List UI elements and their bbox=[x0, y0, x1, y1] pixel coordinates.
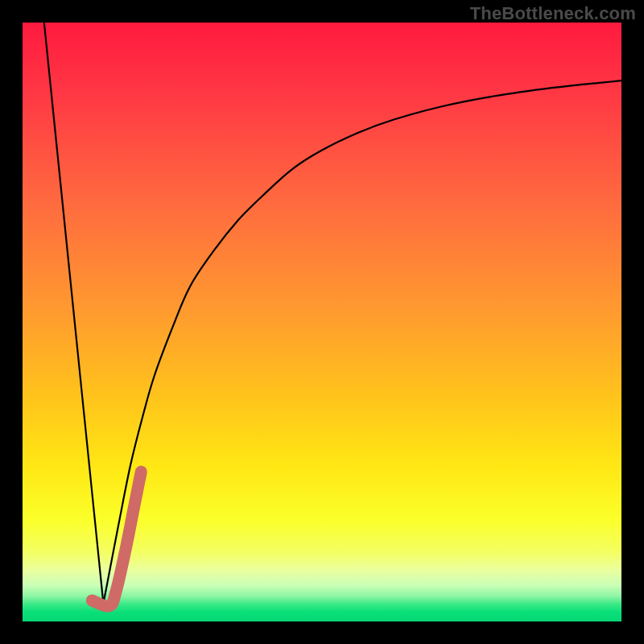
bottleneck-curve-left bbox=[44, 23, 104, 604]
plot-area bbox=[23, 23, 621, 621]
curve-layer bbox=[23, 23, 621, 621]
bottleneck-curve-right bbox=[103, 80, 621, 604]
chart-frame: TheBottleneck.com bbox=[0, 0, 644, 644]
watermark-text: TheBottleneck.com bbox=[470, 3, 636, 24]
